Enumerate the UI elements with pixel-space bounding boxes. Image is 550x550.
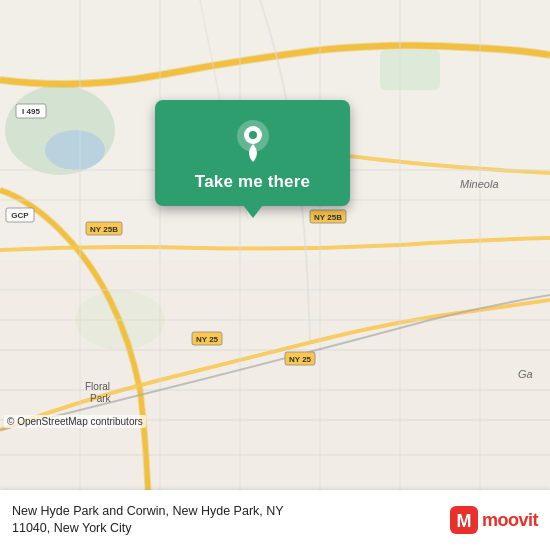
svg-text:M: M [456,511,471,531]
svg-text:Mineola: Mineola [460,178,499,190]
svg-text:GCP: GCP [11,211,29,220]
popup-card[interactable]: Take me there [155,100,350,206]
svg-text:NY 25: NY 25 [196,335,219,344]
svg-text:NY 25: NY 25 [289,355,312,364]
moovit-logo[interactable]: M moovit [450,506,538,534]
svg-point-2 [45,130,105,170]
svg-text:Floral: Floral [85,381,110,392]
svg-text:NY 25B: NY 25B [314,213,342,222]
location-line1: New Hyde Park and Corwin, New Hyde Park,… [12,503,450,521]
svg-text:I 495: I 495 [22,107,40,116]
location-line2: 11040, New York City [12,520,450,538]
svg-text:Ga: Ga [518,368,533,380]
svg-text:NY 25B: NY 25B [90,225,118,234]
moovit-m-icon: M [450,506,478,534]
osm-credit: © OpenStreetMap contributors [4,415,146,428]
svg-text:Park: Park [90,393,112,404]
osm-credit-text: © OpenStreetMap contributors [7,416,143,427]
moovit-label: moovit [482,510,538,531]
location-pin-icon [230,118,276,164]
map-container: I 495 GCP NY 25B NY 25B NY 25B NY 25 NY … [0,0,550,490]
svg-rect-3 [380,50,440,90]
location-text: New Hyde Park and Corwin, New Hyde Park,… [12,503,450,538]
bottom-bar: New Hyde Park and Corwin, New Hyde Park,… [0,490,550,550]
svg-point-40 [249,131,257,139]
take-me-there-button[interactable]: Take me there [195,172,310,192]
